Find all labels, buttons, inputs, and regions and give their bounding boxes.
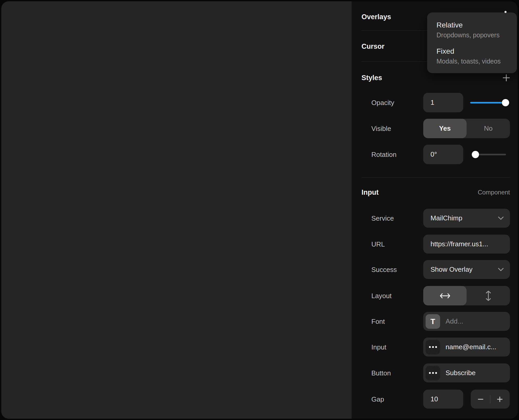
- rotation-slider-knob[interactable]: [472, 151, 479, 158]
- success-label: Success: [371, 265, 397, 274]
- success-row: Success Show Overlay: [352, 260, 518, 279]
- chevron-down-icon: [498, 216, 504, 220]
- rotation-label: Rotation: [371, 150, 397, 158]
- horizontal-arrows-icon: [440, 293, 450, 299]
- layout-label: Layout: [371, 292, 392, 300]
- button-text-field[interactable]: Subscribe: [423, 363, 510, 382]
- ellipsis-icon: [426, 340, 440, 354]
- gap-value: 10: [431, 395, 438, 403]
- visible-label: Visible: [371, 124, 391, 132]
- popup-item-relative[interactable]: Relative Dropdowns, popovers: [436, 21, 508, 39]
- url-label: URL: [371, 240, 385, 248]
- font-row: Font T Add...: [352, 312, 518, 331]
- opacity-slider[interactable]: [423, 93, 510, 112]
- popup-item-fixed[interactable]: Fixed Modals, toasts, videos: [436, 47, 508, 65]
- section-title-styles: Styles: [361, 74, 382, 82]
- url-row: URL https://framer.us1...: [352, 235, 518, 254]
- button-override-label: Button: [371, 369, 391, 377]
- visible-row: Visible Yes No: [352, 119, 518, 138]
- ellipsis-icon: [426, 366, 440, 380]
- success-select[interactable]: Show Overlay: [423, 260, 510, 279]
- visible-option-no[interactable]: No: [467, 119, 510, 138]
- service-row: Service MailChimp: [352, 209, 518, 228]
- gap-label: Gap: [371, 395, 384, 403]
- chevron-down-icon: [498, 268, 504, 271]
- url-input[interactable]: https://framer.us1...: [423, 235, 510, 254]
- design-canvas[interactable]: [1, 1, 352, 419]
- component-badge: Component: [478, 188, 510, 197]
- gap-input[interactable]: 10: [423, 390, 463, 409]
- popup-item-subtitle: Modals, toasts, videos: [436, 58, 508, 65]
- section-title-overlays: Overlays: [361, 13, 391, 21]
- vertical-arrows-icon: [486, 291, 491, 301]
- popup-item-title: Relative: [436, 21, 508, 29]
- font-picker[interactable]: T Add...: [423, 312, 510, 331]
- success-value: Show Overlay: [431, 265, 498, 274]
- section-title-cursor: Cursor: [361, 42, 385, 51]
- font-type-icon: T: [426, 314, 440, 329]
- rotation-row: Rotation 0°: [352, 145, 518, 164]
- rotation-slider[interactable]: [423, 145, 510, 164]
- popup-item-subtitle: Dropdowns, popovers: [436, 31, 508, 39]
- gap-row: Gap 10: [352, 390, 518, 409]
- stepper-divider: [490, 395, 490, 403]
- button-text-value: Subscribe: [446, 369, 504, 377]
- add-style-button[interactable]: [502, 73, 511, 82]
- opacity-slider-knob[interactable]: [502, 99, 509, 106]
- divider: [361, 177, 510, 178]
- framer-editor-window: Overlays Cursor Styles Opacity 1: [0, 0, 519, 420]
- layout-option-horizontal[interactable]: [423, 286, 467, 305]
- service-value: MailChimp: [431, 214, 498, 222]
- layout-option-vertical[interactable]: [467, 286, 510, 305]
- service-select[interactable]: MailChimp: [423, 209, 510, 228]
- layout-segmented-control: [423, 286, 510, 305]
- opacity-row: Opacity 1: [352, 93, 518, 112]
- font-placeholder: Add...: [446, 317, 504, 325]
- visible-segmented-control: Yes No: [423, 119, 510, 138]
- overlay-type-popup: Relative Dropdowns, popovers Fixed Modal…: [427, 12, 517, 73]
- minus-icon: [477, 396, 484, 403]
- gap-increment-button[interactable]: [495, 394, 505, 404]
- popup-item-title: Fixed: [436, 47, 508, 55]
- opacity-slider-track[interactable]: [470, 102, 506, 103]
- properties-panel: Overlays Cursor Styles Opacity 1: [352, 1, 518, 419]
- section-action-dot: [504, 11, 507, 13]
- gap-stepper: [471, 390, 510, 409]
- font-label: Font: [371, 317, 385, 325]
- button-override-row: Button Subscribe: [352, 363, 518, 382]
- opacity-label: Opacity: [371, 99, 394, 107]
- plus-icon: [496, 396, 503, 403]
- rotation-slider-track[interactable]: [474, 154, 506, 155]
- input-placeholder-value: name@email.c...: [446, 343, 504, 351]
- input-placeholder-field[interactable]: name@email.c...: [423, 338, 510, 356]
- input-override-label: Input: [371, 343, 386, 351]
- plus-icon: [502, 74, 510, 82]
- input-override-row: Input name@email.c...: [352, 338, 518, 356]
- service-label: Service: [371, 214, 394, 222]
- layout-row: Layout: [352, 286, 518, 305]
- gap-decrement-button[interactable]: [475, 394, 486, 404]
- section-title-input: Input: [361, 188, 379, 197]
- visible-option-yes[interactable]: Yes: [423, 119, 467, 138]
- url-value: https://framer.us1...: [431, 240, 504, 248]
